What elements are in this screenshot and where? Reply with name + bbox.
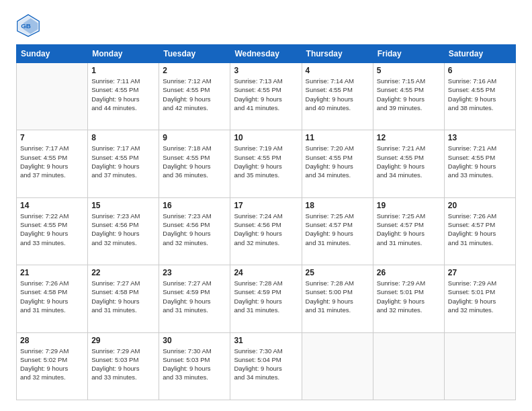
- cell-info: Sunrise: 7:27 AM Sunset: 4:58 PM Dayligh…: [91, 279, 155, 314]
- day-number: 31: [234, 336, 298, 345]
- calendar-cell: 22Sunrise: 7:27 AM Sunset: 4:58 PM Dayli…: [88, 265, 159, 332]
- cell-info: Sunrise: 7:29 AM Sunset: 5:01 PM Dayligh…: [448, 279, 512, 314]
- cell-info: Sunrise: 7:25 AM Sunset: 4:57 PM Dayligh…: [306, 212, 369, 247]
- calendar-cell: [302, 332, 373, 400]
- cell-info: Sunrise: 7:20 AM Sunset: 4:55 PM Dayligh…: [306, 144, 369, 179]
- calendar-cell: 21Sunrise: 7:26 AM Sunset: 4:58 PM Dayli…: [17, 265, 88, 332]
- cell-info: Sunrise: 7:29 AM Sunset: 5:01 PM Dayligh…: [377, 279, 441, 314]
- calendar-cell: 23Sunrise: 7:27 AM Sunset: 4:59 PM Dayli…: [159, 265, 230, 332]
- calendar-cell: 28Sunrise: 7:29 AM Sunset: 5:02 PM Dayli…: [17, 332, 88, 400]
- day-number: 21: [20, 268, 84, 277]
- cell-info: Sunrise: 7:30 AM Sunset: 5:04 PM Dayligh…: [234, 347, 298, 382]
- calendar-cell: 4Sunrise: 7:14 AM Sunset: 4:55 PM Daylig…: [302, 63, 373, 130]
- calendar-cell: [444, 332, 515, 400]
- day-number: 30: [163, 336, 226, 345]
- day-number: 19: [377, 201, 441, 210]
- cell-info: Sunrise: 7:14 AM Sunset: 4:55 PM Dayligh…: [306, 77, 369, 112]
- cell-info: Sunrise: 7:21 AM Sunset: 4:55 PM Dayligh…: [377, 144, 441, 179]
- header: GB: [16, 13, 516, 38]
- day-number: 4: [306, 66, 369, 75]
- cell-info: Sunrise: 7:18 AM Sunset: 4:55 PM Dayligh…: [163, 144, 226, 179]
- calendar-cell: 13Sunrise: 7:21 AM Sunset: 4:55 PM Dayli…: [444, 130, 515, 197]
- calendar-cell: 25Sunrise: 7:28 AM Sunset: 5:00 PM Dayli…: [302, 265, 373, 332]
- day-number: 25: [306, 268, 369, 277]
- weekday-header-tuesday: Tuesday: [159, 45, 230, 63]
- page: GB SundayMondayTuesdayWednesdayThursdayF…: [0, 0, 532, 411]
- weekday-header-wednesday: Wednesday: [230, 45, 302, 63]
- day-number: 6: [448, 66, 512, 75]
- calendar-cell: 6Sunrise: 7:16 AM Sunset: 4:55 PM Daylig…: [444, 63, 515, 130]
- day-number: 5: [377, 66, 441, 75]
- cell-info: Sunrise: 7:15 AM Sunset: 4:55 PM Dayligh…: [377, 77, 441, 112]
- day-number: 23: [163, 268, 226, 277]
- day-number: 18: [306, 201, 369, 210]
- day-number: 29: [91, 336, 155, 345]
- calendar-cell: 30Sunrise: 7:30 AM Sunset: 5:03 PM Dayli…: [159, 332, 230, 400]
- day-number: 13: [448, 133, 512, 142]
- day-number: 9: [163, 133, 226, 142]
- calendar-cell: 7Sunrise: 7:17 AM Sunset: 4:55 PM Daylig…: [17, 130, 88, 197]
- cell-info: Sunrise: 7:28 AM Sunset: 5:00 PM Dayligh…: [306, 279, 369, 314]
- calendar-cell: 18Sunrise: 7:25 AM Sunset: 4:57 PM Dayli…: [302, 197, 373, 265]
- logo-icon: GB: [16, 13, 40, 38]
- cell-info: Sunrise: 7:27 AM Sunset: 4:59 PM Dayligh…: [163, 279, 226, 314]
- day-number: 12: [377, 133, 441, 142]
- week-row-2: 14Sunrise: 7:22 AM Sunset: 4:55 PM Dayli…: [17, 197, 516, 265]
- day-number: 8: [91, 133, 155, 142]
- calendar-cell: 8Sunrise: 7:17 AM Sunset: 4:55 PM Daylig…: [88, 130, 159, 197]
- day-number: 27: [448, 268, 512, 277]
- weekday-header-friday: Friday: [373, 45, 444, 63]
- calendar-cell: 1Sunrise: 7:11 AM Sunset: 4:55 PM Daylig…: [88, 63, 159, 130]
- calendar-cell: [373, 332, 444, 400]
- day-number: 11: [306, 133, 369, 142]
- day-number: 1: [91, 66, 155, 75]
- cell-info: Sunrise: 7:29 AM Sunset: 5:03 PM Dayligh…: [91, 347, 155, 382]
- day-number: 16: [163, 201, 226, 210]
- calendar-cell: 16Sunrise: 7:23 AM Sunset: 4:56 PM Dayli…: [159, 197, 230, 265]
- week-row-0: 1Sunrise: 7:11 AM Sunset: 4:55 PM Daylig…: [17, 63, 516, 130]
- cell-info: Sunrise: 7:22 AM Sunset: 4:55 PM Dayligh…: [20, 212, 84, 247]
- cell-info: Sunrise: 7:23 AM Sunset: 4:56 PM Dayligh…: [163, 212, 226, 247]
- cell-info: Sunrise: 7:24 AM Sunset: 4:56 PM Dayligh…: [234, 212, 298, 247]
- day-number: 15: [91, 201, 155, 210]
- calendar-cell: 9Sunrise: 7:18 AM Sunset: 4:55 PM Daylig…: [159, 130, 230, 197]
- calendar-cell: 5Sunrise: 7:15 AM Sunset: 4:55 PM Daylig…: [373, 63, 444, 130]
- calendar-cell: 27Sunrise: 7:29 AM Sunset: 5:01 PM Dayli…: [444, 265, 515, 332]
- day-number: 10: [234, 133, 298, 142]
- cell-info: Sunrise: 7:11 AM Sunset: 4:55 PM Dayligh…: [91, 77, 155, 112]
- calendar-cell: [17, 63, 88, 130]
- day-number: 28: [20, 336, 84, 345]
- cell-info: Sunrise: 7:16 AM Sunset: 4:55 PM Dayligh…: [448, 77, 512, 112]
- svg-text:GB: GB: [21, 22, 31, 30]
- cell-info: Sunrise: 7:13 AM Sunset: 4:55 PM Dayligh…: [234, 77, 298, 112]
- day-number: 24: [234, 268, 298, 277]
- cell-info: Sunrise: 7:28 AM Sunset: 4:59 PM Dayligh…: [234, 279, 298, 314]
- cell-info: Sunrise: 7:25 AM Sunset: 4:57 PM Dayligh…: [377, 212, 441, 247]
- cell-info: Sunrise: 7:26 AM Sunset: 4:58 PM Dayligh…: [20, 279, 84, 314]
- calendar-cell: 24Sunrise: 7:28 AM Sunset: 4:59 PM Dayli…: [230, 265, 302, 332]
- calendar-cell: 17Sunrise: 7:24 AM Sunset: 4:56 PM Dayli…: [230, 197, 302, 265]
- calendar-cell: 15Sunrise: 7:23 AM Sunset: 4:56 PM Dayli…: [88, 197, 159, 265]
- calendar-cell: 10Sunrise: 7:19 AM Sunset: 4:55 PM Dayli…: [230, 130, 302, 197]
- day-number: 17: [234, 201, 298, 210]
- calendar-cell: 19Sunrise: 7:25 AM Sunset: 4:57 PM Dayli…: [373, 197, 444, 265]
- weekday-header-saturday: Saturday: [444, 45, 515, 63]
- calendar-table: SundayMondayTuesdayWednesdayThursdayFrid…: [16, 44, 516, 400]
- calendar-cell: 20Sunrise: 7:26 AM Sunset: 4:57 PM Dayli…: [444, 197, 515, 265]
- weekday-header-row: SundayMondayTuesdayWednesdayThursdayFrid…: [17, 45, 516, 63]
- cell-info: Sunrise: 7:12 AM Sunset: 4:55 PM Dayligh…: [163, 77, 226, 112]
- weekday-header-thursday: Thursday: [302, 45, 373, 63]
- day-number: 20: [448, 201, 512, 210]
- calendar-cell: 26Sunrise: 7:29 AM Sunset: 5:01 PM Dayli…: [373, 265, 444, 332]
- cell-info: Sunrise: 7:17 AM Sunset: 4:55 PM Dayligh…: [91, 144, 155, 179]
- calendar-cell: 12Sunrise: 7:21 AM Sunset: 4:55 PM Dayli…: [373, 130, 444, 197]
- day-number: 26: [377, 268, 441, 277]
- cell-info: Sunrise: 7:21 AM Sunset: 4:55 PM Dayligh…: [448, 144, 512, 179]
- logo: GB: [16, 13, 44, 38]
- week-row-3: 21Sunrise: 7:26 AM Sunset: 4:58 PM Dayli…: [17, 265, 516, 332]
- calendar-cell: 3Sunrise: 7:13 AM Sunset: 4:55 PM Daylig…: [230, 63, 302, 130]
- cell-info: Sunrise: 7:26 AM Sunset: 4:57 PM Dayligh…: [448, 212, 512, 247]
- day-number: 22: [91, 268, 155, 277]
- calendar-cell: 29Sunrise: 7:29 AM Sunset: 5:03 PM Dayli…: [88, 332, 159, 400]
- weekday-header-sunday: Sunday: [17, 45, 88, 63]
